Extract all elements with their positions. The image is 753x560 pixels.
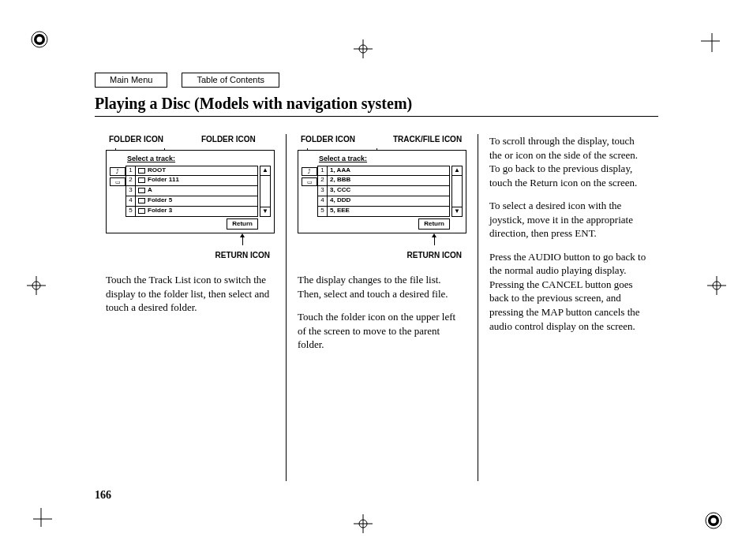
folder-icon (138, 208, 145, 214)
folder-icon[interactable]: ▭ (110, 177, 126, 186)
list-item[interactable]: 4Folder 5 (126, 196, 258, 207)
folder-icon[interactable]: ▭ (302, 177, 317, 186)
paragraph: Touch the folder icon on the upper left … (298, 310, 466, 352)
column-3: To scroll through the display, touch the… (478, 134, 658, 481)
scroll-down-button[interactable]: ▼ (260, 207, 271, 217)
parent-folder-icon[interactable]: ⤴ (110, 167, 126, 176)
list-item-label: 2, BBB (330, 176, 350, 185)
list-item-label: 4, DDD (330, 196, 350, 205)
file-list-screen: Select a track: ⤴ ▭ 11, AAA 22, BBB 33, … (298, 150, 466, 234)
list-item[interactable]: 2Folder 111 (126, 176, 258, 186)
scroll-up-button[interactable]: ▲ (451, 166, 463, 176)
list-item-label: Folder 3 (148, 207, 172, 215)
registration-target-icon (704, 511, 723, 530)
crosshair-icon (707, 276, 726, 295)
table-of-contents-button[interactable]: Table of Contents (182, 73, 279, 88)
list-item-label: 3, CCC (330, 186, 350, 195)
page-number: 166 (95, 489, 111, 502)
list-item[interactable]: 22, BBB (317, 176, 450, 186)
parent-folder-icon[interactable]: ⤴ (302, 167, 317, 176)
callout-track-file-icon: TRACK/FILE ICON (393, 134, 462, 145)
main-menu-button[interactable]: Main Menu (95, 73, 167, 88)
callout-row: FOLDER ICON FOLDER ICON (106, 134, 275, 145)
callout-folder-icon: FOLDER ICON (301, 134, 355, 145)
paragraph: To select a desired icon with the joysti… (489, 199, 647, 241)
list-item[interactable]: 55, EEE (317, 207, 450, 217)
screen-title: Select a track: (319, 154, 463, 163)
scroll-track[interactable] (451, 176, 463, 207)
return-button[interactable]: Return (418, 218, 450, 230)
heading-rule (95, 116, 658, 117)
folder-icon (138, 177, 145, 183)
column-2: FOLDER ICON TRACK/FILE ICON Select a tra… (286, 134, 478, 481)
list-item-label: Folder 5 (148, 196, 172, 205)
screen-sidebar: ⤴ ▭ (302, 166, 317, 217)
paragraph: Touch the Track List icon to switch the … (106, 273, 275, 315)
crosshair-icon (354, 514, 373, 533)
scroll-up-button[interactable]: ▲ (260, 166, 271, 176)
svg-point-2 (37, 37, 43, 43)
callout-row: FOLDER ICON TRACK/FILE ICON (298, 134, 466, 145)
callout-folder-icon-1: FOLDER ICON (109, 134, 163, 145)
list-item-label: A (148, 186, 152, 195)
file-list: 11, AAA 22, BBB 33, CCC 44, DDD 55, EEE (317, 166, 450, 217)
scrollbar: ▲ ▼ (451, 166, 463, 217)
folder-icon (138, 198, 145, 203)
list-item[interactable]: 5Folder 3 (126, 207, 258, 217)
screen-2-wrap: Select a track: ⤴ ▭ 11, AAA 22, BBB 33, … (298, 150, 466, 262)
screen-sidebar: ⤴ ▭ (110, 166, 126, 217)
content-columns: FOLDER ICON FOLDER ICON Select a track: … (95, 134, 658, 481)
callout-arrow-icon (242, 234, 243, 245)
scrollbar: ▲ ▼ (260, 166, 271, 217)
list-item-label: Folder 111 (148, 176, 179, 185)
list-item[interactable]: 11, AAA (317, 166, 450, 176)
scroll-down-button[interactable]: ▼ (451, 207, 463, 217)
folder-icon (138, 168, 145, 174)
crop-mark-icon (701, 21, 732, 52)
registration-target-icon (30, 30, 49, 49)
heading-block: Playing a Disc (Models with navigation s… (95, 95, 658, 117)
return-button[interactable]: Return (227, 218, 258, 230)
list-item-label: 5, EEE (330, 207, 350, 215)
callout-return-icon: RETURN ICON (407, 250, 462, 261)
paragraph: Press the AUDIO button to go back to the… (489, 250, 647, 333)
callout-folder-icon-2: FOLDER ICON (201, 134, 256, 145)
page-title: Playing a Disc (Models with navigation s… (95, 95, 658, 116)
callout-return-icon: RETURN ICON (215, 250, 270, 261)
folder-list: 1ROOT 2Folder 111 3A 4Folder 5 5Folder 3 (126, 166, 258, 217)
screen-title: Select a track: (127, 154, 271, 163)
list-item[interactable]: 44, DDD (317, 196, 450, 207)
callout-arrow-icon (434, 234, 435, 245)
list-item[interactable]: 33, CCC (317, 186, 450, 196)
column-1: FOLDER ICON FOLDER ICON Select a track: … (95, 134, 286, 481)
list-item-label: 1, AAA (330, 166, 350, 175)
folder-icon (138, 188, 145, 193)
paragraph: To scroll through the display, touch the… (489, 134, 647, 189)
paragraph: The display changes to the file list. Th… (298, 273, 466, 301)
folder-list-screen: Select a track: ⤴ ▭ 1ROOT 2Folder 111 3A… (106, 150, 275, 234)
list-item[interactable]: 3A (126, 186, 258, 196)
crosshair-icon (27, 276, 46, 295)
list-item[interactable]: 1ROOT (126, 166, 258, 176)
nav-buttons: Main Menu Table of Contents (95, 73, 279, 88)
list-item-label: ROOT (148, 166, 166, 175)
scroll-track[interactable] (260, 176, 271, 207)
svg-point-5 (711, 518, 717, 524)
screen-1-wrap: Select a track: ⤴ ▭ 1ROOT 2Folder 111 3A… (106, 150, 275, 262)
crop-mark-icon (21, 508, 52, 539)
crosshair-icon (354, 39, 373, 58)
